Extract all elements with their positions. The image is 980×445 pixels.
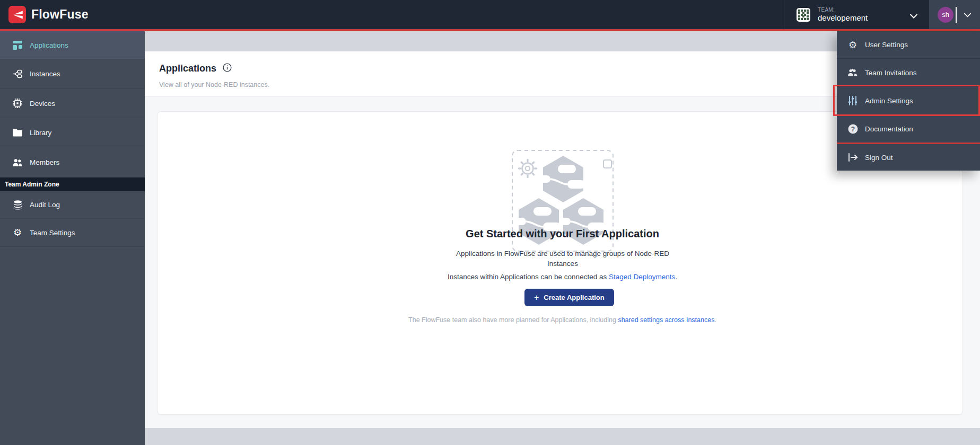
gear-outline-icon <box>519 160 537 177</box>
team-invitations-icon <box>847 67 858 78</box>
staged-deployments-link[interactable]: Staged Deployments <box>609 273 675 281</box>
staged-line-prefix: Instances within Applications can be con… <box>448 273 609 281</box>
sidebar-item-label: Members <box>30 158 59 166</box>
chevron-down-icon <box>964 10 971 20</box>
page-subtitle: View all of your Node-RED instances. <box>159 81 269 88</box>
create-application-button[interactable]: + Create Application <box>524 289 614 306</box>
plus-icon: + <box>534 293 539 302</box>
flowfuse-logo[interactable]: FlowFuse <box>8 6 89 23</box>
empty-state-heading: Get Started with your First Application <box>145 228 980 240</box>
sidebar-item-applications[interactable]: Applications <box>0 31 145 59</box>
team-label: TEAM: <box>818 7 868 13</box>
sidebar-item-team-settings[interactable]: ⚙ Team Settings <box>0 219 145 247</box>
menu-item-sign-out[interactable]: Sign Out <box>837 143 980 171</box>
user-menu-button[interactable]: sh <box>929 0 980 29</box>
create-application-label: Create Application <box>544 293 604 301</box>
menu-item-label: Documentation <box>865 125 913 133</box>
sidebar-item-label: Library <box>30 129 51 137</box>
gear-icon: ⚙ <box>13 228 22 237</box>
team-name: developement <box>818 13 868 22</box>
admin-sliders-icon <box>847 95 858 106</box>
team-selector[interactable]: TEAM: developement <box>784 0 929 29</box>
shared-settings-link[interactable]: shared settings across Instances <box>618 316 714 324</box>
brand-name: FlowFuse <box>31 7 89 22</box>
sidebar-item-label: Team Settings <box>30 229 75 237</box>
staged-line-suffix: . <box>675 273 677 281</box>
menu-item-label: User Settings <box>865 41 908 49</box>
sidebar-item-devices[interactable]: Devices <box>0 89 145 118</box>
devices-icon <box>13 99 22 108</box>
audit-log-icon <box>13 200 22 210</box>
sidebar-item-label: Devices <box>30 100 55 108</box>
library-icon <box>13 128 22 137</box>
sidebar-item-instances[interactable]: Instances <box>0 59 145 89</box>
gear-icon: ⚙ <box>847 40 858 50</box>
sidebar: Applications Instances <box>0 31 145 445</box>
sidebar-item-members[interactable]: Members <box>0 147 145 177</box>
sidebar-item-label: Applications <box>30 41 68 49</box>
note-suffix: . <box>714 316 716 324</box>
menu-item-team-invitations[interactable]: Team Invitations <box>837 58 980 86</box>
empty-state-staged-line: Instances within Applications can be con… <box>145 273 980 281</box>
flowfuse-logo-icon <box>8 6 26 23</box>
top-navbar: FlowFuse TEAM: developement <box>0 0 980 29</box>
flowfuse-app: FlowFuse TEAM: developement <box>0 0 980 445</box>
instances-icon <box>13 69 22 79</box>
avatar[interactable]: sh <box>938 7 953 23</box>
empty-state-note: The FlowFuse team also have more planned… <box>145 316 980 324</box>
menu-item-documentation[interactable]: ? Documentation <box>837 114 980 143</box>
menu-item-label: Admin Settings <box>865 97 913 105</box>
team-identicon <box>797 8 810 22</box>
empty-state-description: Applications in FlowFuse are used to man… <box>446 248 679 269</box>
chevron-down-icon <box>910 11 917 21</box>
menu-item-label: Team Invitations <box>865 69 917 77</box>
note-prefix: The FlowFuse team also have more planned… <box>408 316 618 324</box>
menu-item-label: Sign Out <box>865 154 893 162</box>
sidebar-item-library[interactable]: Library <box>0 118 145 147</box>
info-icon[interactable] <box>223 63 232 74</box>
menu-item-user-settings[interactable]: ⚙ User Settings <box>837 31 980 58</box>
members-icon <box>13 158 22 167</box>
sidebar-item-label: Audit Log <box>30 201 60 209</box>
red-accent-line <box>0 29 980 31</box>
bottom-gray-band <box>145 428 980 445</box>
svg-text:?: ? <box>851 125 854 132</box>
question-circle-icon: ? <box>847 123 858 134</box>
user-dropdown-menu: ⚙ User Settings Team Invitations <box>837 31 980 171</box>
page-title: Applications <box>159 63 216 74</box>
team-admin-zone-header: Team Admin Zone <box>0 177 145 191</box>
applications-icon <box>13 40 22 50</box>
sign-out-icon <box>847 152 858 163</box>
sidebar-item-label: Instances <box>30 70 60 78</box>
sidebar-item-audit-log[interactable]: Audit Log <box>0 191 145 219</box>
menu-item-admin-settings[interactable]: Admin Settings <box>837 86 980 114</box>
text-caret <box>956 7 957 23</box>
